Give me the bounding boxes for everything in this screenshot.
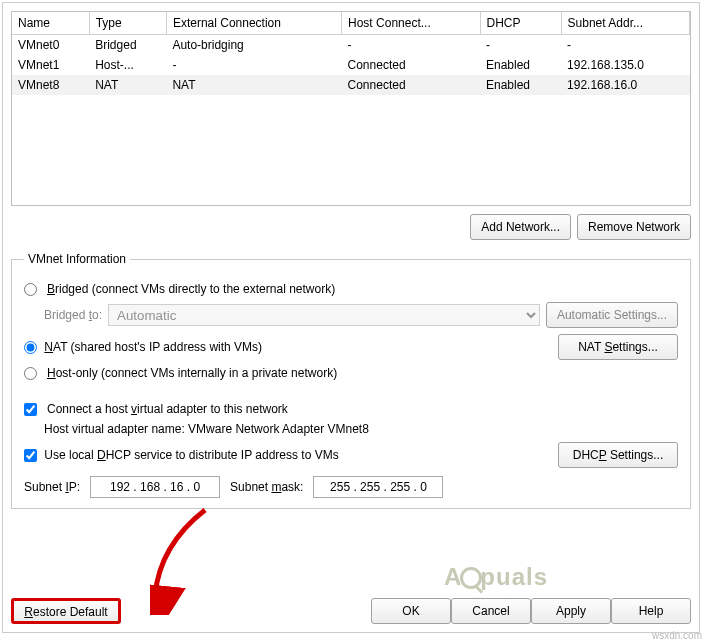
cell-dhcp: - <box>480 35 561 56</box>
automatic-settings-button: Automatic Settings... <box>546 302 678 328</box>
col-external[interactable]: External Connection <box>166 12 341 35</box>
cell-host: Connected <box>342 75 480 95</box>
table-header-row: Name Type External Connection Host Conne… <box>12 12 690 35</box>
adapter-name-row: Host virtual adapter name: VMware Networ… <box>44 422 678 436</box>
dhcp-row: Use local DHCP service to distribute IP … <box>24 442 678 468</box>
table-row[interactable]: VMnet0BridgedAuto-bridging--- <box>12 35 690 56</box>
nat-row: NAT (shared host's IP address with VMs) … <box>24 334 678 360</box>
ok-button[interactable]: OK <box>371 598 451 624</box>
cell-subnet: 192.168.135.0 <box>561 55 689 75</box>
remove-network-button[interactable]: Remove Network <box>577 214 691 240</box>
connect-adapter-checkbox[interactable] <box>24 403 37 416</box>
table-row[interactable]: VMnet8NATNATConnectedEnabled192.168.16.0 <box>12 75 690 95</box>
cell-name: VMnet8 <box>12 75 89 95</box>
cell-host: - <box>342 35 480 56</box>
bridged-to-row: Bridged to: Automatic Automatic Settings… <box>44 302 678 328</box>
restore-default-button[interactable]: Restore Default <box>11 598 121 624</box>
adapter-name-text: Host virtual adapter name: VMware Networ… <box>44 422 369 436</box>
subnet-ip-input[interactable] <box>90 476 220 498</box>
cell-ext: Auto-bridging <box>166 35 341 56</box>
hostonly-radio[interactable] <box>24 367 37 380</box>
cell-type: NAT <box>89 75 166 95</box>
bridged-text: ridged (connect VMs directly to the exte… <box>55 282 335 296</box>
bridged-label[interactable]: Bridged (connect VMs directly to the ext… <box>47 282 335 296</box>
hostonly-row: Host-only (connect VMs internally in a p… <box>24 366 678 380</box>
add-network-button[interactable]: Add Network... <box>470 214 571 240</box>
col-dhcp[interactable]: DHCP <box>480 12 561 35</box>
cell-ext: - <box>166 55 341 75</box>
cell-name: VMnet0 <box>12 35 89 56</box>
dhcp-settings-button[interactable]: DHCP Settings... <box>558 442 678 468</box>
vmnet-table: Name Type External Connection Host Conne… <box>12 12 690 95</box>
source-note: wsxdn.com <box>652 630 702 641</box>
nat-settings-button[interactable]: NAT Settings... <box>558 334 678 360</box>
cell-host: Connected <box>342 55 480 75</box>
cell-name: VMnet1 <box>12 55 89 75</box>
dialog-button-bar: Restore Default OK Cancel Apply Help <box>11 588 691 624</box>
dhcp-label[interactable]: Use local DHCP service to distribute IP … <box>44 448 338 462</box>
hostonly-label[interactable]: Host-only (connect VMs internally in a p… <box>47 366 337 380</box>
connect-adapter-label[interactable]: Connect a host virtual adapter to this n… <box>47 402 288 416</box>
subnet-row: Subnet IP: Subnet mask: <box>24 476 678 498</box>
vmnet-info-legend: VMnet Information <box>24 252 130 266</box>
nat-radio[interactable] <box>24 341 37 354</box>
cell-subnet: - <box>561 35 689 56</box>
col-name[interactable]: Name <box>12 12 89 35</box>
cell-dhcp: Enabled <box>480 75 561 95</box>
subnet-mask-input[interactable] <box>313 476 443 498</box>
apply-button[interactable]: Apply <box>531 598 611 624</box>
table-row[interactable]: VMnet1Host-...-ConnectedEnabled192.168.1… <box>12 55 690 75</box>
cell-subnet: 192.168.16.0 <box>561 75 689 95</box>
dhcp-checkbox[interactable] <box>24 449 37 462</box>
cancel-button[interactable]: Cancel <box>451 598 531 624</box>
bridged-radio[interactable] <box>24 283 37 296</box>
virtual-network-editor-window: Name Type External Connection Host Conne… <box>2 2 700 633</box>
col-type[interactable]: Type <box>89 12 166 35</box>
col-subnet[interactable]: Subnet Addr... <box>561 12 689 35</box>
bridged-row: Bridged (connect VMs directly to the ext… <box>24 282 678 296</box>
cell-type: Host-... <box>89 55 166 75</box>
cell-dhcp: Enabled <box>480 55 561 75</box>
help-button[interactable]: Help <box>611 598 691 624</box>
bridged-to-select: Automatic <box>108 304 540 326</box>
vmnet-info-group: VMnet Information Bridged (connect VMs d… <box>11 252 691 509</box>
nat-label[interactable]: NAT (shared host's IP address with VMs) <box>44 340 262 354</box>
cell-type: Bridged <box>89 35 166 56</box>
cell-ext: NAT <box>166 75 341 95</box>
bridged-to-label: Bridged to: <box>44 308 102 322</box>
network-buttons: Add Network... Remove Network <box>11 214 691 240</box>
subnet-ip-label: Subnet IP: <box>24 480 80 494</box>
subnet-mask-label: Subnet mask: <box>230 480 303 494</box>
connect-adapter-row: Connect a host virtual adapter to this n… <box>24 402 678 416</box>
col-host[interactable]: Host Connect... <box>342 12 480 35</box>
vmnet-table-container: Name Type External Connection Host Conne… <box>11 11 691 206</box>
